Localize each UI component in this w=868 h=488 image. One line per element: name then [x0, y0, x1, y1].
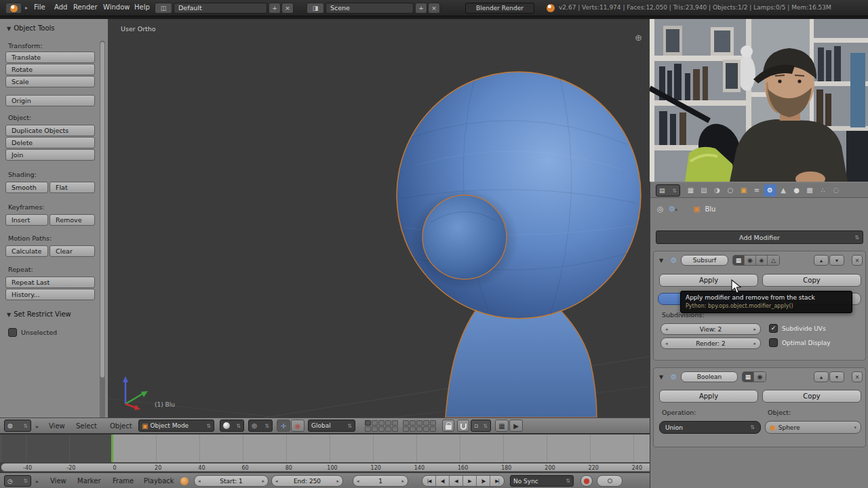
scale-button[interactable]: Scale — [5, 76, 95, 87]
render-subdivisions-field[interactable]: ◂Render: 2▸ — [660, 338, 761, 349]
layer-toggle[interactable] — [365, 420, 371, 426]
collapse-arrow-icon[interactable]: ▸ — [36, 424, 39, 430]
menu-file[interactable]: File — [34, 3, 45, 11]
add-layout-button[interactable]: + — [269, 3, 281, 14]
snap-target-select[interactable]: ▫⇅ — [471, 420, 491, 432]
timeline-ruler[interactable]: -40-200204060801001201401601802002202402… — [1, 463, 718, 472]
history-button[interactable]: History... — [5, 289, 95, 300]
menu-window[interactable]: Window — [103, 3, 130, 11]
tab-object-data-icon[interactable]: ▲ — [777, 184, 790, 197]
modifier-name-field[interactable]: Subsurf — [681, 255, 728, 266]
scrollbar-thumb[interactable] — [100, 42, 104, 378]
delete-button[interactable]: Delete — [5, 137, 95, 148]
move-modifier-down-button[interactable]: ▾ — [829, 371, 844, 382]
tab-constraints-icon[interactable]: ≡ — [751, 184, 764, 197]
collapse-arrow-icon[interactable]: ▸ — [36, 479, 39, 485]
copy-modifier-button[interactable]: Copy — [762, 274, 861, 287]
checkbox-checked-icon[interactable]: ✓ — [769, 324, 778, 333]
render-visibility-toggle[interactable]: ▦ — [743, 372, 754, 382]
current-frame-playhead[interactable] — [111, 434, 113, 463]
tab-render-layers-icon[interactable]: ▤ — [698, 184, 711, 197]
subdivide-uvs-row[interactable]: ✓ Subdivide UVs — [769, 324, 826, 333]
play-button[interactable]: ▶ — [463, 476, 477, 486]
layer-toggle[interactable] — [385, 420, 391, 426]
menu-playback[interactable]: Playback — [144, 477, 174, 485]
jump-to-end-button[interactable]: ▶| — [490, 476, 504, 486]
end-frame-field[interactable]: ◂End: 250▸ — [271, 475, 343, 487]
layer-toggle[interactable] — [423, 420, 429, 426]
sidebar-plus-icon[interactable]: ⊕ — [635, 33, 642, 43]
screen-layout-field[interactable]: Default — [174, 3, 267, 14]
layer-toggle[interactable] — [392, 426, 398, 432]
join-button[interactable]: Join — [5, 149, 95, 161]
delete-modifier-button[interactable]: × — [852, 255, 863, 266]
current-frame-field[interactable]: ◂1▸ — [353, 475, 408, 487]
layer-toggle[interactable] — [392, 420, 398, 426]
snap-toggle-button[interactable] — [457, 420, 469, 432]
add-modifier-select[interactable]: Add Modifier⇅ — [656, 230, 863, 244]
render-opengl-button[interactable]: ▦ — [495, 420, 509, 432]
expand-triangle-icon[interactable]: ▼ — [659, 374, 663, 380]
view-subdivisions-field[interactable]: ◂View: 2▸ — [660, 323, 761, 335]
menu-object[interactable]: Object — [110, 422, 132, 430]
restrict-view-panel-header[interactable]: ▼Set Restrict View — [7, 310, 71, 318]
remove-keyframe-button[interactable]: Remove — [50, 214, 95, 226]
layer-toggle[interactable] — [372, 426, 378, 432]
editor-type-button[interactable]: ◍⇅ — [4, 420, 31, 432]
layer-toggle[interactable] — [372, 420, 378, 426]
layer-toggle[interactable] — [378, 426, 384, 432]
checkbox-unchecked-icon[interactable] — [769, 338, 778, 347]
jump-to-start-button[interactable]: |◀ — [422, 476, 436, 486]
menu-view[interactable]: View — [50, 477, 66, 485]
layer-toggle[interactable] — [430, 426, 436, 432]
layer-toggle[interactable] — [410, 426, 416, 432]
flat-button[interactable]: Flat — [50, 182, 95, 193]
layer-toggle[interactable] — [403, 426, 409, 432]
scene-field[interactable]: Scene — [326, 3, 414, 14]
layer-toggle[interactable] — [430, 420, 436, 426]
start-frame-field[interactable]: ◂Start: 1▸ — [194, 475, 269, 487]
tab-render-icon[interactable]: ▦ — [684, 184, 697, 197]
viewport-3d[interactable]: User Ortho ⊕ (1) Blu — [108, 19, 650, 418]
manipulator-mode-button[interactable]: ◉ — [291, 420, 304, 432]
keying-set-field[interactable] — [597, 475, 623, 487]
tab-texture-icon[interactable]: ▩ — [804, 184, 816, 197]
duplicate-objects-button[interactable]: Duplicate Objects — [5, 125, 95, 136]
transform-orientation-select[interactable]: Global⇅ — [308, 420, 355, 432]
viewport-visibility-toggle[interactable]: ◉ — [745, 256, 756, 265]
autokey-icon[interactable] — [180, 477, 189, 485]
mode-select[interactable]: ▣ Object Mode ⇅ — [138, 420, 214, 432]
boolean-operation-select[interactable]: Union⇅ — [659, 421, 761, 434]
pivot-select[interactable]: ◎⇅ — [248, 420, 273, 432]
rotate-button[interactable]: Rotate — [5, 64, 95, 75]
move-modifier-down-button[interactable]: ▾ — [829, 255, 844, 266]
tab-world-icon[interactable]: ○ — [724, 184, 737, 197]
layer-toggle[interactable] — [385, 426, 391, 432]
menu-frame[interactable]: Frame — [113, 477, 134, 485]
move-modifier-up-button[interactable]: ▴ — [814, 371, 829, 382]
tab-physics-icon[interactable]: ◌ — [830, 184, 843, 197]
object-tools-panel-header[interactable]: ▼Object Tools — [7, 24, 55, 32]
translate-button[interactable]: Translate — [5, 52, 95, 63]
apply-modifier-button[interactable]: Apply — [659, 390, 758, 403]
menu-marker[interactable]: Marker — [77, 477, 101, 485]
layer-toggle[interactable] — [416, 426, 422, 432]
layer-toggle[interactable] — [378, 420, 384, 426]
expand-triangle-icon[interactable]: ▼ — [659, 258, 663, 264]
menu-add[interactable]: Add — [54, 3, 67, 11]
toolshelf-scrollbar[interactable] — [100, 41, 105, 432]
tab-material-icon[interactable]: ● — [790, 184, 803, 197]
manipulator-toggle-button[interactable]: ✛ — [277, 420, 290, 432]
tab-modifiers-icon[interactable]: ⚙ — [764, 184, 776, 197]
menu-render[interactable]: Render — [73, 3, 98, 11]
record-button[interactable] — [580, 475, 593, 487]
optimal-display-row[interactable]: Optimal Display — [769, 338, 831, 347]
render-opengl-anim-button[interactable]: ▶ — [509, 420, 523, 432]
pin-icon[interactable]: ◎ — [657, 205, 664, 214]
add-scene-button[interactable]: + — [415, 3, 427, 14]
next-keyframe-button[interactable]: |▶ — [477, 476, 490, 486]
collapse-arrow-icon[interactable]: ▸ — [25, 5, 28, 11]
lock-button[interactable] — [442, 420, 454, 432]
boolean-object-select[interactable]: ● Sphere ▾ — [765, 421, 861, 434]
editor-type-button[interactable]: ▤⇅ — [656, 184, 680, 197]
